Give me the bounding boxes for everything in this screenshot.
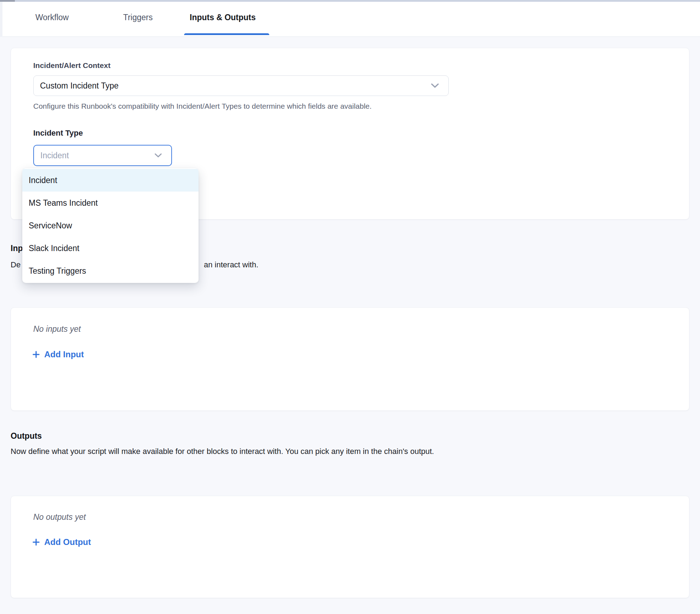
- menu-option-testing-triggers[interactable]: Testing Triggers: [22, 260, 199, 282]
- chevron-down-icon: [154, 153, 162, 158]
- add-output-button[interactable]: Add Output: [31, 537, 91, 547]
- no-inputs-text: No inputs yet: [33, 324, 81, 334]
- menu-option-servicenow[interactable]: ServiceNow: [22, 214, 199, 237]
- incident-type-placeholder: Incident: [40, 151, 69, 160]
- add-output-label: Add Output: [44, 537, 91, 547]
- tab-triggers[interactable]: Triggers: [123, 0, 153, 35]
- add-input-label: Add Input: [44, 349, 84, 359]
- tab-workflow[interactable]: Workflow: [35, 0, 69, 35]
- left-edge-strip: [0, 2, 2, 37]
- chevron-down-icon: [431, 83, 439, 88]
- tab-bar: [2, 2, 700, 37]
- context-help-text: Configure this Runbook's compatibility w…: [33, 102, 372, 110]
- incident-alert-context-label: Incident/Alert Context: [33, 61, 110, 70]
- menu-option-ms-teams-incident[interactable]: MS Teams Incident: [22, 192, 199, 214]
- incident-type-label: Incident Type: [33, 129, 83, 138]
- incident-type-select[interactable]: Incident: [33, 145, 172, 166]
- outputs-description: Now define what your script will make av…: [11, 447, 434, 456]
- inputs-description-start: De: [11, 260, 21, 269]
- page: Workflow Triggers Inputs & Outputs Incid…: [0, 0, 700, 614]
- incident-type-menu: Incident MS Teams Incident ServiceNow Sl…: [22, 168, 199, 283]
- incident-context-select[interactable]: Custom Incident Type: [33, 75, 449, 96]
- inputs-description-end: an interact with.: [204, 260, 258, 269]
- outputs-heading: Outputs: [11, 431, 42, 441]
- tab-inputs-outputs[interactable]: Inputs & Outputs: [190, 0, 256, 35]
- plus-icon: [31, 350, 41, 359]
- active-tab-underline: [184, 33, 269, 35]
- inputs-card: No inputs yet Add Input: [11, 307, 689, 411]
- outputs-card: No outputs yet Add Output: [11, 496, 689, 598]
- incident-context-select-value: Custom Incident Type: [40, 81, 119, 91]
- add-input-button[interactable]: Add Input: [31, 349, 84, 359]
- plus-icon: [31, 538, 41, 547]
- no-outputs-text: No outputs yet: [33, 512, 86, 522]
- menu-option-incident[interactable]: Incident: [22, 169, 199, 192]
- menu-option-slack-incident[interactable]: Slack Incident: [22, 237, 199, 260]
